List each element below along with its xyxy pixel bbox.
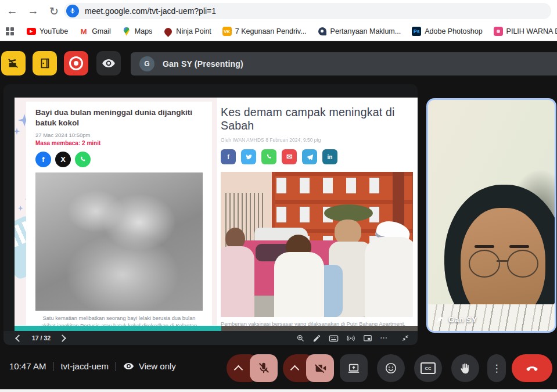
article-left-readtime: Masa membaca: 2 minit xyxy=(35,140,203,146)
watch-mode-button[interactable] xyxy=(96,51,121,75)
cc-icon: CC xyxy=(421,362,436,374)
apps-grid-icon[interactable] xyxy=(6,27,14,35)
article-right-byline: Oleh IWAN AMHDS 8 Februari 2024, 9:50 pt… xyxy=(221,137,413,143)
bookmark-kegunaan-pendrive[interactable]: VK 7 Kegunaan Pendriv... xyxy=(222,27,307,36)
article-left-headline: Bayi dua bulan meninggal dunia dijangkit… xyxy=(35,107,203,128)
article-left-date: 27 Mac 2024 10:50pm xyxy=(35,132,203,138)
reload-icon[interactable]: ↻ xyxy=(45,2,63,20)
participant-glasses xyxy=(469,250,541,276)
bookmark-pilih-warna[interactable]: PILIH WARNA DAN... xyxy=(494,27,557,36)
meet-app: G Gan SY (Presenting) Bayi dua bulan men… xyxy=(0,41,557,389)
camera-control xyxy=(283,354,334,382)
presentation-stage: Bayi dua bulan meninggal dunia dijangkit… xyxy=(3,84,418,345)
bookmark-gmail[interactable]: M Gmail xyxy=(79,27,111,36)
bookmark-adobe-photoshop[interactable]: Ps Adobe Photoshop xyxy=(412,27,482,36)
bookmark-maps[interactable]: Maps xyxy=(122,27,153,36)
slide-teal-bar xyxy=(15,326,221,331)
mic-control xyxy=(227,354,278,382)
camera-off-button[interactable] xyxy=(306,354,334,382)
x-twitter-icon[interactable]: X xyxy=(55,152,71,167)
next-slide-icon[interactable] xyxy=(59,335,66,342)
mic-off-icon xyxy=(257,362,270,375)
extension-camera-slash-button[interactable] xyxy=(1,51,26,75)
youtube-icon: ▶ xyxy=(27,28,36,35)
participant-name: Gan SY xyxy=(448,315,477,324)
whatsapp-icon[interactable] xyxy=(75,152,91,167)
sparkle-decor xyxy=(15,128,20,135)
maps-pin-icon xyxy=(122,27,131,36)
meeting-meta: 10:47 AM tvt-jacd-uem View only xyxy=(9,361,176,372)
bookmark-pertanyaan-maklum[interactable]: Pertanyaan Maklum... xyxy=(318,27,401,36)
participant-tile[interactable]: Gan SY xyxy=(426,98,556,333)
shared-slide: Bayi dua bulan meninggal dunia dijangkit… xyxy=(15,98,418,331)
satu-icon xyxy=(318,27,327,36)
eye-icon xyxy=(102,56,116,70)
linkedin-icon[interactable]: in xyxy=(322,149,337,164)
meet-bottom-toolbar: 10:47 AM tvt-jacd-uem View only xyxy=(0,348,557,389)
previous-slide-icon[interactable] xyxy=(15,335,23,342)
bookmark-ninja-point[interactable]: Ninja Point xyxy=(163,27,211,36)
nurse-right xyxy=(365,237,413,317)
reactions-button[interactable] xyxy=(377,354,405,382)
building-windows xyxy=(276,178,407,193)
whatsapp-icon[interactable] xyxy=(261,149,276,164)
clock: 10:47 AM xyxy=(9,361,46,371)
leave-call-button[interactable] xyxy=(512,354,552,382)
article-left-photo-baby-feet xyxy=(35,172,203,311)
smiley-icon xyxy=(384,362,397,375)
email-icon[interactable]: ✉ xyxy=(282,149,297,164)
record-button[interactable] xyxy=(64,51,88,75)
article-right-share-row: f ✉ in xyxy=(221,149,413,164)
camera-off-icon xyxy=(314,362,326,375)
hand-icon xyxy=(459,362,472,375)
vk-icon: VK xyxy=(222,27,232,36)
eye-icon xyxy=(123,361,134,372)
mic-muted-button[interactable] xyxy=(250,354,278,382)
presentation-controls: 17 / 32 ⋯ xyxy=(3,331,418,345)
browser-chrome: ← → ↻ meet.google.com/tvt-jacd-uem?pli=1… xyxy=(0,0,557,41)
facebook-icon[interactable]: f xyxy=(35,152,51,167)
photoshop-icon: Ps xyxy=(412,27,421,36)
bystander-pink-shirt xyxy=(221,246,254,317)
meeting-code: tvt-jacd-uem xyxy=(60,361,109,371)
bookmark-youtube[interactable]: ▶ YouTube xyxy=(27,27,68,35)
presenter-avatar: G xyxy=(139,56,154,71)
presenter-banner[interactable]: G Gan SY (Presenting) xyxy=(131,52,557,75)
present-screen-button[interactable] xyxy=(340,354,368,382)
raise-hand-button[interactable] xyxy=(451,354,479,382)
mic-in-use-icon[interactable] xyxy=(66,5,79,17)
facebook-icon[interactable]: f xyxy=(221,149,236,164)
more-options-button[interactable]: ⋮ xyxy=(487,354,506,382)
extension-door-button[interactable] xyxy=(33,51,57,75)
nurse-left xyxy=(274,252,324,317)
forward-icon[interactable]: → xyxy=(24,2,42,20)
more-options-icon[interactable]: ⋯ xyxy=(380,335,388,341)
door-icon xyxy=(38,57,51,70)
gmail-icon: M xyxy=(79,27,88,36)
url-bar[interactable]: meet.google.com/tvt-jacd-uem?pli=1 xyxy=(64,3,551,19)
telegram-icon[interactable] xyxy=(302,149,317,164)
record-icon xyxy=(69,56,83,70)
live-broadcast-icon[interactable] xyxy=(346,334,355,343)
picture-in-picture-icon[interactable] xyxy=(363,334,372,343)
hangup-phone-icon xyxy=(525,361,539,375)
article-right: Kes demam campak meningkat di Sabah Oleh… xyxy=(217,98,418,326)
tile-name-bar: Gan SY xyxy=(435,315,477,324)
article-right-headline: Kes demam campak meningkat di Sabah xyxy=(221,106,413,132)
zoom-in-icon[interactable] xyxy=(296,334,305,343)
pointer-pen-icon[interactable] xyxy=(312,334,321,343)
bookmarks-bar: ▶ YouTube M Gmail Maps Ninja Point VK 7 … xyxy=(0,22,557,41)
article-left-share-row: f X xyxy=(35,152,203,167)
captions-button[interactable]: CC xyxy=(414,354,442,382)
presenter-name: Gan SY (Presenting) xyxy=(163,59,243,69)
camera-slash-icon xyxy=(7,57,20,70)
keyboard-icon[interactable] xyxy=(329,334,339,343)
slide-gray-bar xyxy=(221,326,418,331)
present-screen-icon xyxy=(347,362,360,375)
back-icon[interactable]: ← xyxy=(3,2,21,20)
article-left: Bayi dua bulan meninggal dunia dijangkit… xyxy=(26,102,212,326)
minimize-presentation-icon[interactable] xyxy=(401,334,409,342)
pilih-warna-icon xyxy=(494,27,503,36)
sparkle-decor xyxy=(18,206,23,211)
twitter-icon[interactable] xyxy=(241,149,256,164)
